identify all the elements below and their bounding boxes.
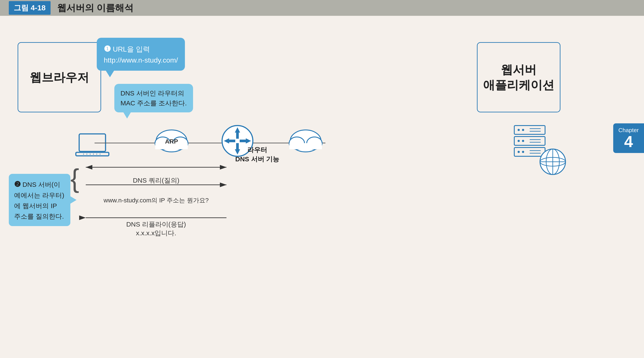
- dns-server-box: ❷ DNS 서버(이 예에서는 라우터)에 웹서버의 IP 주소를 질의한다.: [9, 174, 70, 226]
- dns-server-text: DNS 서버(이 예에서는 라우터)에 웹서버의 IP 주소를 질의한다.: [14, 181, 64, 220]
- step2-num: ❷: [14, 180, 21, 188]
- svg-point-7: [100, 154, 100, 155]
- svg-text:DNS 리플라이(응답): DNS 리플라이(응답): [126, 221, 186, 228]
- bubble-dns-mac-line2: MAC 주소를 조사한다.: [120, 99, 187, 107]
- bubble-url-line2: http://www.n-study.com/: [104, 56, 178, 64]
- header-bar: 그림 4-18 웹서버의 이름해석: [0, 0, 644, 16]
- bubble-url-line1: URL을 입력: [113, 45, 150, 53]
- svg-text:DNS 쿼리(질의): DNS 쿼리(질의): [133, 177, 180, 184]
- svg-point-29: [518, 129, 520, 131]
- cloud-arp: ARP: [152, 128, 191, 156]
- cloud-right: [286, 128, 326, 156]
- svg-point-33: [518, 151, 520, 153]
- svg-point-31: [518, 140, 520, 142]
- step1-num: ❶: [104, 44, 111, 53]
- web-browser-box: 웹브라우저: [18, 42, 101, 112]
- svg-rect-15: [236, 132, 239, 139]
- bubble-url: ❶ URL을 입력 http://www.n-study.com/: [97, 38, 185, 71]
- web-browser-label: 웹브라우저: [30, 70, 89, 85]
- web-server-label: 웹서버 애플리케이션: [483, 62, 554, 93]
- main-content: 웹브라우저 웹서버 애플리케이션 ❶ URL을 입력 http://www.n-…: [0, 16, 644, 358]
- svg-text:www.n-study.com의 IP 주소는 뭔가요?: www.n-study.com의 IP 주소는 뭔가요?: [103, 197, 209, 204]
- svg-point-4: [90, 154, 90, 155]
- svg-rect-19: [229, 140, 235, 142]
- arrows-diagram: DNS 쿼리(질의) www.n-study.com의 IP 주소는 뭔가요? …: [72, 159, 266, 237]
- bubble-dns-mac: DNS 서버인 라우터의 MAC 주소를 조사한다.: [114, 84, 193, 112]
- svg-text:x.x.x.x입니다.: x.x.x.x입니다.: [136, 229, 176, 237]
- svg-point-30: [522, 129, 524, 131]
- chapter-badge: Chapter 4: [613, 123, 644, 153]
- chapter-number: 4: [618, 134, 639, 150]
- figure-tag: 그림 4-18: [9, 1, 50, 15]
- web-server-box: 웹서버 애플리케이션: [477, 42, 560, 112]
- svg-text:ARP: ARP: [165, 138, 178, 145]
- svg-rect-25: [289, 143, 322, 149]
- svg-point-3: [86, 154, 87, 155]
- svg-point-6: [96, 154, 97, 155]
- svg-rect-21: [240, 140, 246, 142]
- svg-point-34: [522, 151, 524, 153]
- laptop-icon: [75, 132, 110, 159]
- svg-point-5: [93, 154, 94, 155]
- svg-point-32: [522, 140, 524, 142]
- svg-point-2: [83, 154, 84, 155]
- figure-title: 웹서버의 이름해석: [57, 2, 134, 14]
- globe-icon: [538, 148, 567, 176]
- svg-rect-1: [76, 152, 109, 156]
- bubble-dns-mac-line1: DNS 서버인 라우터의: [120, 90, 184, 97]
